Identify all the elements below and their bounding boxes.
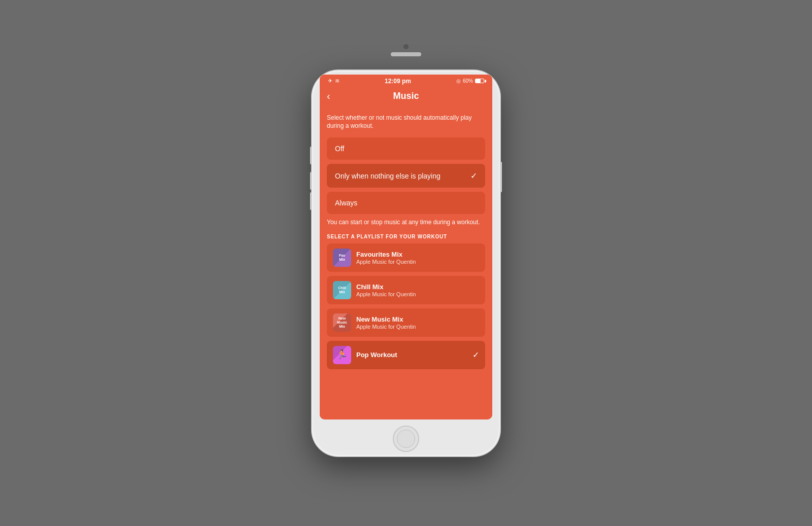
home-button-inner	[397, 430, 415, 448]
note-text: You can start or stop music at any time …	[327, 218, 485, 227]
playlist-favourites-button[interactable]: FavMix Favourites Mix Apple Music for Qu…	[327, 243, 485, 272]
option-always-label: Always	[335, 199, 357, 207]
phone-top-accessories	[391, 44, 421, 56]
status-right: ◎ 60%	[456, 78, 484, 84]
favourites-thumb-label: FavMix	[339, 254, 345, 261]
playlist-newmusic-name: New Music Mix	[356, 315, 479, 323]
playlist-chill-sub: Apple Music for Quentin	[356, 291, 479, 297]
playlist-chill-name: Chill Mix	[356, 283, 479, 291]
battery-icon	[475, 79, 484, 83]
playlist-newmusic-info: New Music Mix Apple Music for Quentin	[356, 315, 479, 330]
playlist-section-label: SELECT A PLAYLIST FOR YOUR WORKOUT	[327, 234, 485, 239]
playlist-newmusic-button[interactable]: NewMusicMix New Music Mix Apple Music fo…	[327, 308, 485, 337]
playlist-favourites-info: Favourites Mix Apple Music for Quentin	[356, 251, 479, 265]
phone-screen: ✈ ≋ 12:09 pm ◎ 60% ‹ Music Select whethe…	[320, 75, 492, 419]
camera	[403, 44, 409, 49]
phone-frame: ✈ ≋ 12:09 pm ◎ 60% ‹ Music Select whethe…	[312, 71, 500, 456]
option-always-button[interactable]: Always	[327, 192, 485, 214]
playlist-popworkout-button[interactable]: 🏃 Pop Workout ✓	[327, 341, 485, 369]
chill-thumb-label: ChillMix	[338, 286, 346, 294]
page-title: Music	[393, 91, 419, 101]
status-left: ✈ ≋	[328, 78, 340, 84]
airplane-icon: ✈	[328, 78, 332, 84]
playlist-chill-info: Chill Mix Apple Music for Quentin	[356, 283, 479, 297]
playlist-favourites-name: Favourites Mix	[356, 251, 479, 258]
home-button[interactable]	[393, 426, 419, 452]
battery-percent: 60%	[463, 78, 473, 84]
playlist-popworkout-thumb: 🏃	[333, 346, 351, 364]
option-off-label: Off	[335, 145, 344, 153]
playlist-chill-button[interactable]: ChillMix Chill Mix Apple Music for Quent…	[327, 276, 485, 304]
newmusic-thumb-label: NewMusicMix	[337, 317, 347, 328]
pop-figure-icon: 🏃	[333, 346, 351, 364]
playlist-favourites-sub: Apple Music for Quentin	[356, 259, 479, 265]
popworkout-checkmark-icon: ✓	[472, 350, 479, 360]
playlist-popworkout-name: Pop Workout	[356, 351, 467, 359]
option-only-when-button[interactable]: Only when nothing else is playing ✓	[327, 164, 485, 188]
back-button[interactable]: ‹	[327, 90, 330, 102]
page-header: ‹ Music	[320, 87, 492, 107]
playlist-favourites-thumb: FavMix	[333, 249, 351, 267]
speaker	[391, 52, 421, 56]
wifi-icon: ≋	[335, 78, 340, 84]
playlist-chill-thumb: ChillMix	[333, 281, 351, 299]
content-area: Select whether or not music should autom…	[320, 107, 492, 419]
option-off-button[interactable]: Off	[327, 137, 485, 160]
status-time: 12:09 pm	[385, 78, 411, 85]
option-only-when-label: Only when nothing else is playing	[335, 172, 441, 180]
checkmark-icon: ✓	[470, 171, 477, 181]
playlist-popworkout-info: Pop Workout	[356, 351, 467, 359]
playlist-newmusic-thumb: NewMusicMix	[333, 313, 351, 332]
location-icon: ◎	[456, 78, 461, 84]
description-text: Select whether or not music should autom…	[327, 114, 485, 131]
status-bar: ✈ ≋ 12:09 pm ◎ 60%	[320, 75, 492, 87]
playlist-newmusic-sub: Apple Music for Quentin	[356, 324, 479, 330]
